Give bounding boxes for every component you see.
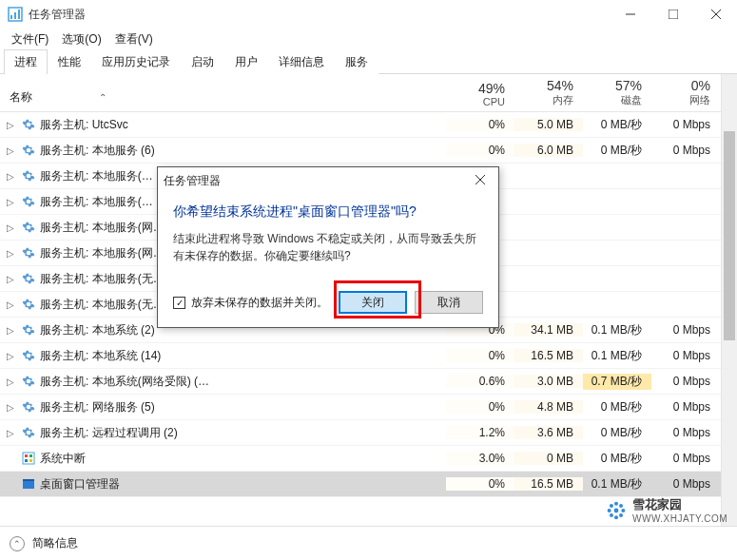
process-name: 服务主机: 本地服务(无… — [40, 271, 165, 287]
cell-disk: 0 MB/秒 — [583, 143, 651, 159]
cell-net: 0 Mbps — [651, 452, 720, 465]
tab-users[interactable]: 用户 — [224, 49, 268, 74]
expand-toggle-icon[interactable]: ▷ — [4, 351, 17, 361]
dialog-body: 你希望结束系统进程"桌面窗口管理器"吗? 结束此进程将导致 Windows 不稳… — [158, 194, 498, 283]
table-row[interactable]: 桌面窗口管理器0%16.5 MB0.1 MB/秒0 Mbps — [0, 472, 737, 497]
abandon-checkbox[interactable]: ✓ — [173, 297, 185, 309]
mem-label: 内存 — [514, 93, 573, 107]
tab-processes[interactable]: 进程 — [4, 49, 48, 74]
window-title: 任务管理器 — [29, 7, 609, 23]
svg-rect-10 — [29, 454, 32, 457]
table-row[interactable]: ▷服务主机: 远程过程调用 (2)1.2%3.6 MB0 MB/秒0 Mbps — [0, 420, 737, 446]
svg-rect-5 — [669, 10, 678, 19]
cell-cpu: 0% — [446, 477, 514, 491]
cell-mem: 5.0 MB — [514, 118, 583, 131]
process-name: 服务主机: 本地服务(… — [40, 168, 153, 184]
titlebar: 任务管理器 — [0, 0, 737, 29]
tab-performance[interactable]: 性能 — [48, 49, 91, 74]
expand-toggle-icon[interactable]: ▷ — [4, 120, 17, 130]
process-icon — [21, 117, 36, 132]
cancel-button[interactable]: 取消 — [415, 291, 483, 314]
cell-net: 0 Mbps — [651, 144, 720, 157]
minimize-button[interactable] — [609, 0, 651, 29]
expand-toggle-icon[interactable]: ▷ — [4, 377, 17, 387]
table-row[interactable]: ▷服务主机: UtcSvc0%5.0 MB0 MB/秒0 Mbps — [0, 112, 737, 138]
process-icon — [21, 476, 36, 492]
tab-details[interactable]: 详细信息 — [268, 49, 335, 74]
process-name: 服务主机: 远程过程调用 (2) — [40, 425, 178, 441]
process-name: 桌面窗口管理器 — [40, 476, 120, 492]
dialog-message: 结束此进程将导致 Windows 不稳定或关闭，从而导致丢失所有未保存的数据。你… — [173, 230, 483, 264]
process-icon — [21, 194, 36, 209]
table-row[interactable]: ▷服务主机: 本地服务 (6)0%6.0 MB0 MB/秒0 Mbps — [0, 138, 737, 164]
cell-disk: 0 MB/秒 — [583, 451, 651, 467]
cell-net: 0 Mbps — [651, 477, 720, 491]
svg-rect-3 — [18, 10, 20, 19]
cell-net: 0 Mbps — [651, 375, 720, 388]
footer-label[interactable]: 简略信息 — [32, 535, 78, 551]
process-icon — [21, 168, 36, 183]
expand-toggle-icon[interactable]: ▷ — [4, 274, 17, 284]
net-label: 网络 — [651, 93, 710, 107]
scroll-thumb[interactable] — [724, 131, 735, 340]
col-mem[interactable]: 54% 内存 — [514, 74, 583, 111]
col-net[interactable]: 0% 网络 — [651, 74, 720, 111]
tabstrip: 进程 性能 应用历史记录 启动 用户 详细信息 服务 — [0, 49, 737, 74]
expand-toggle-icon[interactable]: ▷ — [4, 197, 17, 207]
process-icon — [21, 245, 36, 261]
process-name: 服务主机: 本地系统 (14) — [40, 348, 161, 364]
cell-mem: 3.6 MB — [514, 426, 583, 439]
menu-file[interactable]: 文件(F) — [6, 29, 54, 49]
svg-point-19 — [608, 508, 611, 512]
tab-services[interactable]: 服务 — [335, 49, 378, 74]
process-name: 服务主机: 本地服务(网… — [40, 245, 165, 261]
svg-point-25 — [614, 508, 619, 512]
app-icon — [8, 7, 23, 22]
process-icon — [21, 297, 36, 312]
process-name: 服务主机: 本地服务(无… — [40, 297, 165, 313]
process-name: 系统中断 — [40, 451, 86, 467]
tab-app-history[interactable]: 应用历史记录 — [91, 49, 181, 74]
tab-startup[interactable]: 启动 — [181, 49, 224, 74]
col-name[interactable]: 名称 ⌃ — [0, 89, 446, 111]
table-row[interactable]: ▷服务主机: 网络服务 (5)0%4.8 MB0 MB/秒0 Mbps — [0, 395, 737, 420]
table-row[interactable]: ▷服务主机: 本地系统 (14)0%16.5 MB0.1 MB/秒0 Mbps — [0, 343, 737, 369]
expand-toggle-icon[interactable]: ▷ — [4, 402, 17, 413]
svg-point-24 — [619, 513, 623, 517]
confirm-dialog: 任务管理器 你希望结束系统进程"桌面窗口管理器"吗? 结束此进程将导致 Wind… — [157, 166, 499, 328]
expand-toggle-icon[interactable]: ▷ — [4, 299, 17, 310]
col-cpu[interactable]: 49% CPU — [446, 77, 514, 111]
chevron-up-icon[interactable]: ⌃ — [10, 536, 25, 551]
table-row[interactable]: 系统中断3.0%0 MB0 MB/秒0 Mbps — [0, 446, 737, 472]
menu-options[interactable]: 选项(O) — [56, 29, 107, 49]
maximize-button[interactable] — [651, 0, 694, 29]
mem-pct: 54% — [514, 78, 573, 93]
svg-point-17 — [614, 501, 618, 505]
process-icon — [21, 399, 36, 415]
cell-net: 0 Mbps — [651, 349, 720, 362]
cell-disk: 0 MB/秒 — [583, 425, 651, 441]
process-name: 服务主机: 本地系统(网络受限) (… — [40, 374, 209, 390]
expand-toggle-icon[interactable]: ▷ — [4, 325, 17, 336]
process-icon — [21, 143, 36, 158]
expand-toggle-icon[interactable]: ▷ — [4, 222, 17, 233]
col-disk[interactable]: 57% 磁盘 — [583, 74, 651, 111]
vertical-scrollbar[interactable] — [721, 74, 737, 526]
expand-toggle-icon[interactable]: ▷ — [4, 171, 17, 182]
sort-caret-icon: ⌃ — [99, 92, 107, 103]
svg-rect-2 — [14, 12, 16, 19]
close-button[interactable] — [694, 0, 737, 29]
close-confirm-button[interactable]: 关闭 — [339, 291, 407, 314]
expand-toggle-icon[interactable]: ▷ — [4, 145, 17, 156]
table-row[interactable]: ▷服务主机: 本地系统(网络受限) (…0.6%3.0 MB0.7 MB/秒0 … — [0, 369, 737, 395]
cell-cpu: 1.2% — [446, 426, 514, 439]
expand-toggle-icon[interactable]: ▷ — [4, 428, 17, 438]
menu-view[interactable]: 查看(V) — [109, 29, 159, 49]
col-name-label: 名称 — [10, 89, 32, 106]
dialog-close-button[interactable] — [468, 174, 493, 187]
cell-mem: 16.5 MB — [514, 349, 583, 362]
cell-mem: 16.5 MB — [514, 477, 583, 491]
expand-toggle-icon[interactable]: ▷ — [4, 248, 17, 259]
cpu-pct: 49% — [446, 81, 505, 96]
cell-net: 0 Mbps — [651, 118, 720, 131]
